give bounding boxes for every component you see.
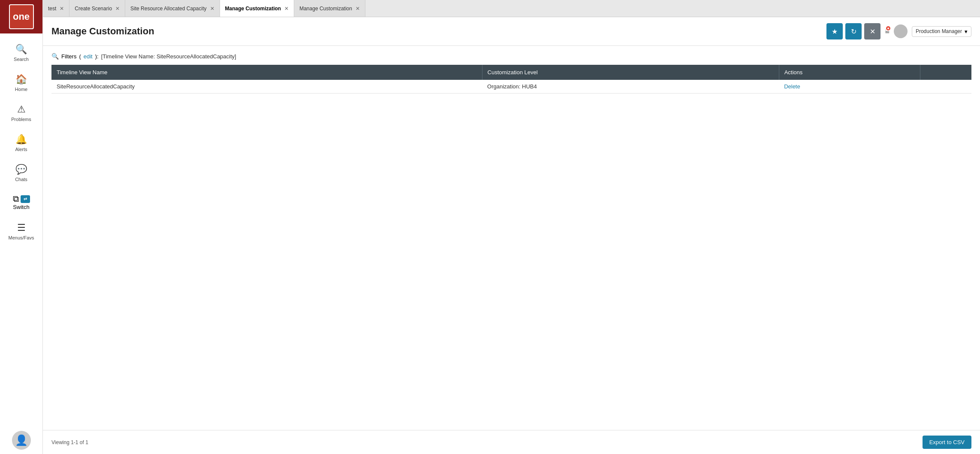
switch-icons: ⧉ ⇄ [13,194,30,204]
data-table: Timeline View Name Customization Level A… [51,65,971,94]
switch-badge: ⇄ [21,195,30,203]
sidebar-item-home[interactable]: 🏠 Home [0,68,42,98]
close-button[interactable]: ✕ [864,23,880,39]
avatar[interactable]: 👤 [12,431,31,450]
header-right: ★ ↻ ✕ ≡ ● Production Manager ▾ [826,23,971,39]
favorite-button[interactable]: ★ [826,23,843,39]
cell-customization-level: Organization: HUB4 [482,80,779,94]
menu-icon: ☰ [17,222,26,233]
warning-icon: ⚠ [17,104,26,115]
table-body: SiteResourceAllocatedCapacity Organizati… [51,80,971,94]
col-actions: Actions [779,65,920,80]
tab-manage-customization-2[interactable]: Manage Customization ✕ [294,0,365,17]
notification-wrap: ≡ ● [885,27,890,36]
tab-test-close[interactable]: ✕ [60,6,64,11]
sidebar-item-switch[interactable]: ⧉ ⇄ Switch [0,188,42,216]
table-row: SiteResourceAllocatedCapacity Organizati… [51,80,971,94]
sidebar: one 🔍 Search 🏠 Home ⚠ Problems 🔔 Alerts … [0,0,43,454]
filters-label: Filters [61,53,76,60]
tab-manage-customization-1-close[interactable]: ✕ [284,6,289,11]
app-logo[interactable]: one [9,4,34,29]
tab-site-resource-close[interactable]: ✕ [210,6,214,11]
export-csv-button[interactable]: Export to CSV [923,436,971,449]
tab-bar: test ✕ Create Scenario ✕ Site Resource A… [43,0,980,17]
header-actions: ★ ↻ ✕ [826,23,880,39]
tab-create-scenario-close[interactable]: ✕ [115,6,120,11]
tab-manage-customization-2-close[interactable]: ✕ [356,6,360,11]
main-area: test ✕ Create Scenario ✕ Site Resource A… [43,0,980,454]
page-title: Manage Customization [51,26,154,37]
sidebar-item-problems[interactable]: ⚠ Problems [0,98,42,128]
sidebar-item-chats[interactable]: 💬 Chats [0,158,42,188]
bell-icon: 🔔 [15,134,27,145]
search-icon: 🔍 [15,44,27,55]
user-dropdown[interactable]: Production Manager ▾ [912,26,971,37]
sidebar-item-alerts[interactable]: 🔔 Alerts [0,128,42,158]
home-icon: 🏠 [15,74,27,85]
cell-timeline-view-name: SiteResourceAllocatedCapacity [51,80,482,94]
notification-badge: ● [885,25,891,31]
dropdown-arrow-icon: ▾ [965,28,968,35]
tab-manage-customization-1[interactable]: Manage Customization ✕ [220,0,295,17]
sidebar-bottom: 👤 [12,431,31,454]
user-avatar [894,24,908,38]
col-extra [920,65,971,80]
tab-site-resource[interactable]: Site Resource Allocated Capacity ✕ [125,0,220,17]
filters-value: [Timeline View Name: SiteResourceAllocat… [101,53,236,60]
page-content: 🔍 Filters ( edit ): [Timeline View Name:… [43,46,980,430]
sidebar-item-menus[interactable]: ☰ Menus/Favs [0,216,42,246]
table-header: Timeline View Name Customization Level A… [51,65,971,80]
filters-bar: 🔍 Filters ( edit ): [Timeline View Name:… [51,53,971,60]
sidebar-logo: one [0,0,42,33]
refresh-button[interactable]: ↻ [845,23,862,39]
viewing-info: Viewing 1-1 of 1 [51,439,88,445]
sidebar-item-search[interactable]: 🔍 Search [0,38,42,68]
filters-edit-link[interactable]: edit [84,53,93,60]
tab-create-scenario[interactable]: Create Scenario ✕ [69,0,125,17]
user-role: Production Manager [916,28,962,34]
cell-actions: Delete [779,80,920,94]
chat-icon: 💬 [15,164,27,175]
cell-extra [920,80,971,94]
col-timeline-view-name: Timeline View Name [51,65,482,80]
tab-test[interactable]: test ✕ [43,0,69,17]
content-header: Manage Customization ★ ↻ ✕ ≡ ● Productio… [43,17,980,46]
delete-link[interactable]: Delete [784,83,800,90]
filter-icon: 🔍 [51,53,59,60]
col-customization-level: Customization Level [482,65,779,80]
page-footer: Viewing 1-1 of 1 Export to CSV [43,430,980,454]
switch-icon: ⧉ [13,194,19,204]
